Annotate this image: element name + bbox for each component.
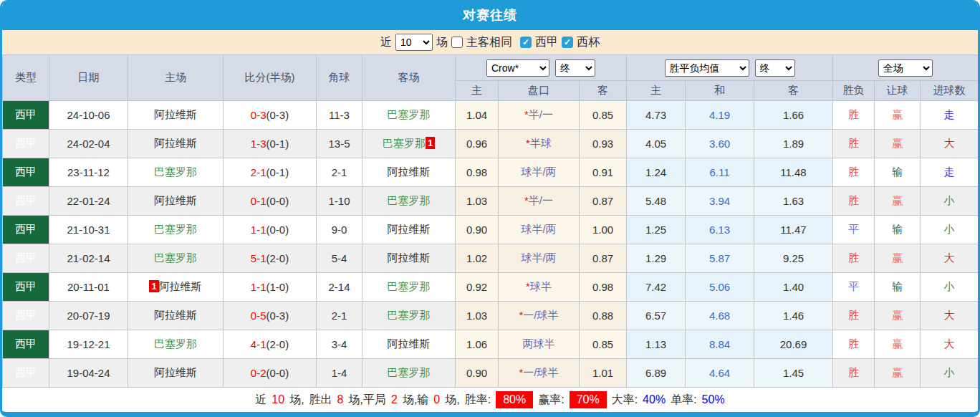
single-rate-value: 50%	[702, 393, 725, 406]
fulltime-score: 0-5	[251, 310, 266, 322]
crow-away-odds: 0.98	[580, 273, 627, 302]
subheader-goals: 进球数	[921, 81, 979, 101]
crow-home-odds: 0.90	[456, 359, 499, 388]
away-team-name: 阿拉维斯	[388, 166, 431, 178]
col-header-corners: 角球	[317, 55, 362, 101]
corners-score: 13-5	[317, 130, 362, 158]
scope-select[interactable]: 全场	[878, 59, 933, 77]
copa-label: 西杯	[577, 35, 600, 50]
match-date: 23-11-12	[49, 158, 128, 187]
recent-label: 近	[380, 35, 392, 50]
same-venue-label: 主客相同	[466, 35, 512, 50]
avg-home-odds: 6.89	[627, 359, 686, 388]
corners-score: 5-4	[317, 244, 362, 273]
table-row: 西甲 21-02-14 巴塞罗那 5-1(2-0) 5-4 阿拉维斯 1.02 …	[3, 244, 979, 273]
home-team-name: 巴塞罗那	[154, 223, 197, 235]
handicap-result: 赢	[875, 359, 921, 388]
filter-bar: 近 10 场 主客相同 ✓ 西甲 ✓ 西杯	[2, 30, 978, 54]
halftime-score: (2-0)	[266, 338, 289, 350]
home-team-cell: 阿拉维斯	[128, 187, 224, 216]
copa-checkbox[interactable]: ✓	[562, 37, 573, 48]
subheader-crow-away: 客	[580, 81, 627, 101]
handicap-line: 半/一	[529, 108, 553, 120]
table-row: 西甲 24-10-06 阿拉维斯 0-3(0-3) 11-3 巴塞罗那 1.04…	[3, 101, 979, 130]
fulltime-score: 0-3	[251, 109, 266, 121]
table-row: 西甲 20-07-19 阿拉维斯 0-5(0-3) 2-1 巴塞罗那 1.03 …	[3, 302, 979, 330]
goals-result: 大	[921, 302, 979, 330]
league-badge: 西甲	[3, 130, 49, 158]
handicap-line: 两球半	[523, 337, 555, 350]
corners-score: 2-1	[317, 158, 362, 187]
corners-score: 2-1	[317, 302, 362, 330]
match-date: 24-10-06	[49, 101, 128, 130]
summary-losses-label: 场,输	[403, 393, 428, 408]
avg-home-odds: 5.48	[627, 187, 686, 216]
handicap-cell: *一/球半	[499, 359, 580, 388]
table-row: 西甲 21-10-31 巴塞罗那 1-1(0-0) 9-0 阿拉维斯 0.90 …	[3, 216, 979, 244]
handicap-cell: 球半/两	[499, 244, 580, 273]
halftime-score: (1-0)	[266, 281, 289, 293]
over-rate-value: 40%	[643, 393, 666, 406]
games-label: 场	[436, 35, 448, 50]
winlose-result: 胜	[833, 330, 875, 359]
handicap-line: 半球	[530, 137, 552, 149]
score-cell: 5-1(2-0)	[224, 244, 317, 273]
home-team-name: 阿拉维斯	[159, 280, 202, 292]
crow-away-odds: 0.85	[580, 330, 627, 359]
halftime-score: (0-1)	[266, 166, 289, 178]
crow-odds-group-header: Crow* 终	[456, 55, 627, 81]
home-team-cell: 阿拉维斯	[128, 359, 224, 388]
corners-score: 3-4	[317, 330, 362, 359]
away-team-cell: 巴塞罗那	[362, 101, 456, 130]
home-team-cell: 阿拉维斯	[128, 101, 224, 130]
halftime-score: (0-0)	[266, 195, 289, 207]
crow-time-select[interactable]: 终	[555, 59, 595, 77]
col-header-score: 比分(半场)	[224, 55, 317, 101]
handicap-result: 输	[875, 273, 921, 302]
avg-away-odds: 1.66	[754, 101, 833, 130]
score-cell: 2-1(0-1)	[224, 158, 317, 187]
crow-source-select[interactable]: Crow*	[486, 59, 549, 77]
fulltime-score: 2-1	[251, 166, 266, 178]
away-team-name: 巴塞罗那	[388, 366, 431, 378]
away-team-cell: 阿拉维斯	[362, 244, 456, 273]
subheader-handicap-result: 让球	[875, 81, 921, 101]
crow-away-odds: 0.88	[580, 302, 627, 330]
crow-home-odds: 0.92	[456, 273, 499, 302]
winlose-result: 胜	[833, 244, 875, 273]
winlose-result: 胜	[833, 359, 875, 388]
win-rate-badge: 80%	[496, 391, 533, 408]
avg-draw-odds: 6.13	[686, 216, 754, 244]
away-team-name: 巴塞罗那	[388, 194, 431, 206]
col-header-away: 客场	[362, 55, 456, 101]
panel-title: 对赛往绩	[2, 0, 978, 30]
avg-time-select[interactable]: 终	[755, 59, 795, 77]
avg-home-odds: 4.05	[627, 130, 686, 158]
laliga-checkbox[interactable]: ✓	[520, 37, 532, 48]
away-team-name: 阿拉维斯	[388, 223, 431, 235]
recent-count-select[interactable]: 10	[395, 34, 433, 51]
corners-score: 1-10	[317, 187, 362, 216]
handicap-line: 球半/两	[521, 166, 556, 178]
match-date: 21-10-31	[49, 216, 128, 244]
away-team-name: 巴塞罗那	[383, 137, 426, 149]
same-venue-checkbox[interactable]	[451, 37, 463, 48]
home-team-cell: 巴塞罗那	[128, 216, 224, 244]
match-date: 24-02-04	[49, 130, 128, 158]
handicap-line: 一/球半	[523, 309, 558, 321]
away-team-cell: 巴塞罗那	[362, 359, 456, 388]
goals-result: 小	[921, 216, 979, 244]
score-cell: 1-3(0-1)	[224, 130, 317, 158]
crow-home-odds: 1.06	[456, 330, 499, 359]
fulltime-score: 0-2	[251, 367, 266, 379]
league-badge: 西甲	[3, 359, 49, 388]
home-team-name: 巴塞罗那	[154, 166, 197, 178]
league-badge: 西甲	[3, 302, 49, 330]
handicap-cell: *球半	[499, 273, 580, 302]
away-team-cell: 阿拉维斯	[362, 330, 456, 359]
avg-source-select[interactable]: 胜平负均值	[665, 59, 749, 77]
avg-home-odds: 1.25	[627, 216, 686, 244]
fulltime-score: 1-1	[251, 224, 266, 236]
handicap-line: 半/一	[529, 194, 553, 206]
fulltime-score: 1-1	[251, 281, 266, 293]
